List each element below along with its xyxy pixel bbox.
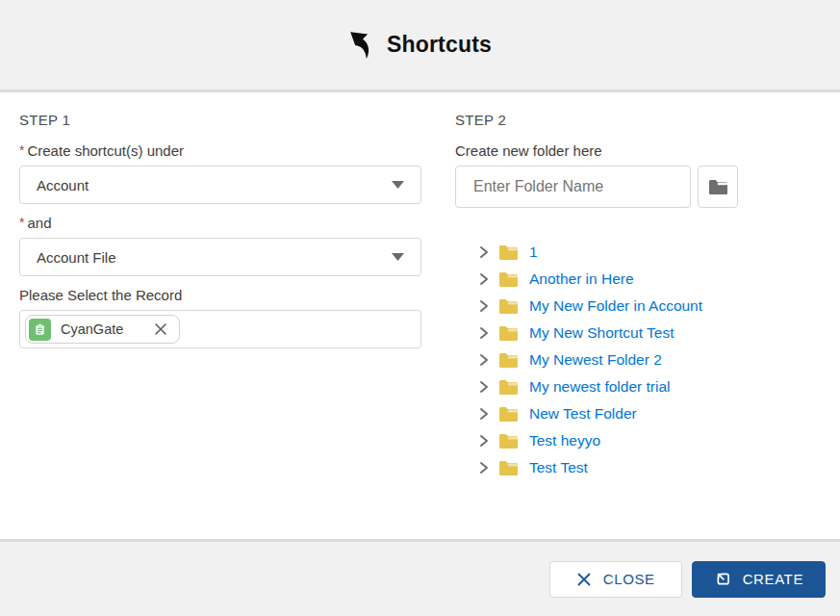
create-shortcut-icon [714, 570, 732, 588]
folder-icon [498, 460, 519, 476]
step1-section: STEP 1 * Create shortcut(s) under Accoun… [19, 112, 421, 348]
record-lookup-field[interactable]: CyanGate [19, 310, 421, 348]
folder-icon [498, 379, 519, 396]
dialog-header: Shortcuts [0, 0, 840, 92]
shortcut-arrow-icon [348, 31, 374, 59]
and-label: * and [19, 215, 421, 231]
folder-icon [498, 433, 519, 449]
chevron-right-icon[interactable] [478, 354, 490, 366]
folder-link[interactable]: Another in Here [529, 270, 634, 288]
folder-tree-item[interactable]: 1 [478, 239, 821, 266]
folder-icon [498, 325, 519, 342]
folder-icon [708, 179, 728, 195]
folder-link[interactable]: Test heyyo [529, 432, 600, 449]
folder-tree-item[interactable]: My newest folder trial [478, 373, 821, 400]
required-asterisk: * [19, 142, 24, 159]
required-asterisk: * [19, 215, 24, 231]
chevron-right-icon[interactable] [478, 408, 490, 420]
folder-icon [498, 352, 519, 369]
record-pill[interactable]: CyanGate [25, 315, 180, 344]
folder-icon [498, 244, 519, 261]
folder-tree: 1 Another in Here [455, 239, 821, 481]
folder-tree-item[interactable]: Test heyyo [478, 427, 821, 454]
dialog-footer: CLOSE CREATE [0, 539, 840, 616]
close-icon [576, 572, 592, 587]
chevron-right-icon[interactable] [478, 246, 490, 258]
chevron-right-icon[interactable] [478, 273, 490, 285]
remove-record-icon[interactable] [154, 322, 167, 336]
close-button[interactable]: CLOSE [549, 561, 682, 598]
folder-link[interactable]: My New Folder in Account [529, 297, 702, 315]
record-icon [29, 319, 51, 341]
folder-name-input[interactable] [455, 166, 691, 208]
chevron-down-icon [392, 181, 404, 189]
folder-tree-item[interactable]: New Test Folder [478, 400, 821, 427]
record-label: Please Select the Record [19, 287, 421, 303]
shortcuts-dialog: Shortcuts STEP 1 * Create shortcut(s) un… [0, 0, 840, 616]
create-under-label: * Create shortcut(s) under [19, 142, 421, 159]
folder-tree-item[interactable]: Test Test [478, 454, 821, 481]
add-folder-button[interactable] [698, 166, 738, 208]
file-type-select-value: Account File [37, 249, 116, 266]
chevron-right-icon[interactable] [478, 435, 490, 447]
folder-input-row [455, 166, 821, 208]
folder-link[interactable]: New Test Folder [529, 405, 637, 423]
chevron-right-icon[interactable] [478, 327, 490, 339]
step2-title: STEP 2 [455, 112, 821, 128]
folder-icon [498, 406, 519, 423]
folder-tree-item[interactable]: Another in Here [478, 266, 821, 293]
folder-icon [498, 298, 519, 315]
folder-link[interactable]: 1 [529, 244, 538, 261]
folder-link[interactable]: My newest folder trial [529, 378, 670, 396]
file-type-select[interactable]: Account File [19, 238, 421, 276]
folder-link[interactable]: My Newest Folder 2 [529, 351, 662, 369]
object-select-value: Account [37, 177, 89, 193]
chevron-down-icon [392, 253, 404, 261]
folder-tree-item[interactable]: My New Shortcut Test [478, 320, 821, 346]
record-pill-name: CyanGate [61, 321, 123, 337]
folder-link[interactable]: My New Shortcut Test [529, 324, 674, 342]
step1-title: STEP 1 [19, 112, 421, 128]
object-select[interactable]: Account [19, 166, 421, 204]
create-button[interactable]: CREATE [692, 561, 826, 598]
dialog-title: Shortcuts [387, 32, 492, 58]
chevron-right-icon[interactable] [478, 300, 490, 312]
chevron-right-icon[interactable] [478, 381, 490, 393]
folder-tree-item[interactable]: My Newest Folder 2 [478, 346, 821, 373]
create-folder-label: Create new folder here [455, 142, 821, 159]
chevron-right-icon[interactable] [478, 462, 490, 474]
folder-link[interactable]: Test Test [529, 459, 588, 476]
folder-icon [498, 271, 519, 288]
step2-section: STEP 2 Create new folder here [455, 112, 821, 481]
dialog-body: STEP 1 * Create shortcut(s) under Accoun… [0, 92, 840, 539]
folder-tree-item[interactable]: My New Folder in Account [478, 293, 821, 320]
